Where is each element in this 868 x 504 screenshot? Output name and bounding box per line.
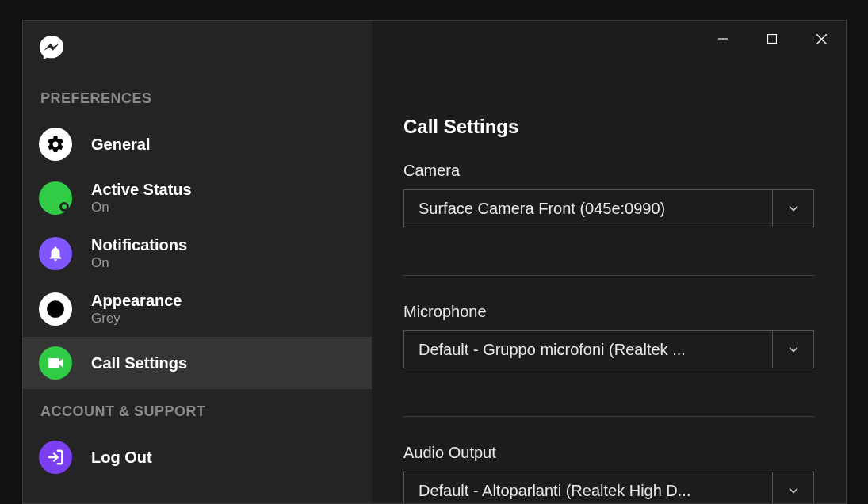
audio-output-field: Audio Output Default - Altoparlanti (Rea…: [403, 444, 814, 504]
close-button[interactable]: [797, 20, 846, 58]
sidebar-item-label: General: [91, 135, 150, 154]
svg-point-4: [47, 300, 64, 318]
microphone-select-value: Default - Gruppo microfoni (Realtek ...: [404, 341, 772, 359]
chevron-down-icon: [772, 472, 813, 504]
section-account-title: ACCOUNT & SUPPORT: [23, 389, 372, 431]
preferences-window: PREFERENCES General Active Status On: [22, 20, 847, 504]
microphone-field: Microphone Default - Gruppo microfoni (R…: [403, 303, 814, 368]
camera-label: Camera: [403, 162, 814, 180]
chevron-down-icon: [772, 331, 813, 368]
moon-icon: [39, 292, 72, 326]
microphone-label: Microphone: [403, 303, 814, 321]
sidebar-item-label: Active Status: [91, 180, 192, 199]
audio-output-label: Audio Output: [403, 444, 814, 462]
sidebar-item-label: Call Settings: [91, 353, 187, 372]
sidebar-item-call-settings[interactable]: Call Settings: [23, 337, 372, 389]
maximize-button[interactable]: [748, 20, 797, 58]
status-dot-icon: [39, 181, 72, 215]
chevron-down-icon: [772, 190, 813, 227]
sidebar-item-label: Appearance: [91, 291, 182, 310]
sidebar-item-sub: On: [91, 254, 187, 272]
bell-icon: [39, 237, 72, 270]
sidebar: PREFERENCES General Active Status On: [23, 21, 372, 503]
audio-output-select[interactable]: Default - Altoparlanti (Realtek High D..…: [403, 472, 814, 504]
logout-icon: [39, 441, 72, 474]
main-panel: Call Settings Camera Surface Camera Fron…: [372, 21, 846, 503]
camera-field: Camera Surface Camera Front (045e:0990): [403, 162, 814, 227]
video-icon: [39, 346, 72, 380]
sidebar-item-label: Log Out: [91, 448, 152, 467]
sidebar-item-active-status[interactable]: Active Status On: [23, 170, 372, 226]
messenger-icon: [39, 35, 64, 60]
divider: [403, 275, 814, 276]
sidebar-item-general[interactable]: General: [23, 118, 372, 170]
sidebar-item-sub: Grey: [91, 310, 182, 327]
camera-select[interactable]: Surface Camera Front (045e:0990): [403, 189, 814, 227]
sidebar-item-log-out[interactable]: Log Out: [23, 431, 372, 483]
svg-rect-1: [768, 35, 777, 44]
divider: [403, 416, 814, 417]
minimize-button[interactable]: [698, 20, 748, 58]
sidebar-item-sub: On: [91, 199, 192, 216]
gear-icon: [39, 128, 72, 161]
microphone-select[interactable]: Default - Gruppo microfoni (Realtek ...: [403, 330, 814, 368]
section-preferences-title: PREFERENCES: [23, 86, 372, 118]
audio-output-select-value: Default - Altoparlanti (Realtek High D..…: [404, 482, 772, 500]
camera-select-value: Surface Camera Front (045e:0990): [404, 200, 772, 218]
sidebar-item-notifications[interactable]: Notifications On: [23, 226, 372, 281]
page-title: Call Settings: [403, 116, 814, 138]
titlebar-buttons: [698, 20, 846, 58]
sidebar-item-appearance[interactable]: Appearance Grey: [23, 281, 372, 337]
sidebar-item-label: Notifications: [91, 235, 187, 254]
